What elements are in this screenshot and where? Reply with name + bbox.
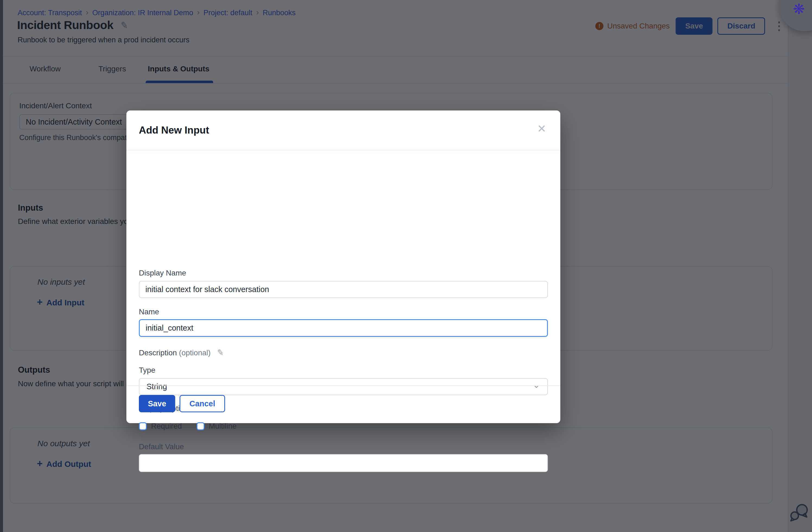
- modal-cancel-button[interactable]: Cancel: [179, 395, 225, 412]
- type-select[interactable]: String ⌄: [139, 378, 548, 395]
- chevron-down-icon: ⌄: [533, 379, 540, 390]
- multiline-label: Multiline: [209, 422, 237, 431]
- display-name-input[interactable]: [139, 281, 548, 298]
- flower-icon: ❋: [793, 1, 805, 17]
- multiline-option: Multiline: [197, 422, 237, 431]
- chat-fab[interactable]: [789, 503, 810, 523]
- type-select-value: String: [146, 382, 167, 391]
- default-value-label: Default Value: [139, 443, 184, 451]
- edit-description-icon[interactable]: ✎: [216, 347, 224, 358]
- required-label: Required: [151, 422, 182, 431]
- multiline-checkbox[interactable]: [197, 422, 204, 430]
- type-label: Type: [139, 366, 155, 375]
- modal-header-divider: [126, 150, 560, 150]
- display-name-label: Display Name: [139, 269, 186, 277]
- close-icon[interactable]: ✕: [537, 122, 546, 135]
- app-window: Account: Transposit › Organization: IR I…: [0, 0, 812, 532]
- modal-title: Add New Input: [139, 125, 209, 136]
- description-label: Description (optional) ✎: [139, 348, 224, 357]
- modal-footer-divider: [126, 386, 560, 386]
- add-new-input-modal: Add New Input ✕ Display Name Name Descri…: [126, 111, 560, 423]
- display-options-row: Required Multiline: [139, 422, 236, 431]
- required-checkbox[interactable]: [139, 422, 147, 430]
- name-input[interactable]: [139, 319, 548, 337]
- required-option: Required: [139, 422, 182, 431]
- chat-bubbles-icon: [789, 503, 810, 522]
- name-label: Name: [139, 308, 159, 316]
- modal-save-button[interactable]: Save: [139, 395, 175, 412]
- default-value-input[interactable]: [139, 454, 548, 472]
